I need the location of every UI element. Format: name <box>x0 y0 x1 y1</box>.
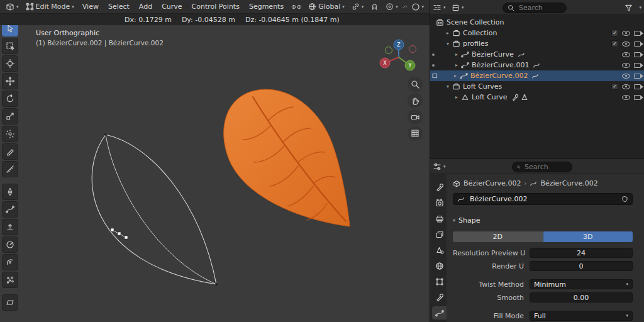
falloff-curve-icon[interactable] <box>402 3 408 11</box>
tab-output[interactable] <box>432 212 447 225</box>
smooth-field[interactable]: 0.00 <box>530 292 633 303</box>
tool-move-button[interactable] <box>2 73 18 89</box>
tool-draw-button[interactable] <box>2 184 18 200</box>
tab-object-data[interactable] <box>432 306 447 319</box>
pan-button[interactable] <box>408 93 423 108</box>
shading-overlay-icon[interactable] <box>297 3 302 11</box>
breadcrumb-data[interactable]: BézierCurve.002 <box>540 179 597 187</box>
outliner-row-loft-curves[interactable]: Loft Curves <box>430 81 644 92</box>
visibility-eye-icon[interactable] <box>622 52 630 57</box>
outliner-row-loft-curve[interactable]: Loft Curve <box>430 92 644 103</box>
outliner-row-profiles[interactable]: profiles <box>430 38 644 49</box>
dimension-2d-button[interactable]: 2D <box>453 231 543 242</box>
render-camera-icon[interactable] <box>634 52 641 57</box>
render-camera-icon[interactable] <box>634 95 641 100</box>
tool-transform-button[interactable] <box>2 126 18 142</box>
visibility-eye-icon[interactable] <box>622 31 630 36</box>
visibility-eye-icon[interactable] <box>622 74 630 79</box>
tool-scale-button[interactable] <box>2 108 18 125</box>
properties-editor-type-button[interactable] <box>433 159 446 174</box>
outliner-search-input[interactable] <box>518 3 562 13</box>
tool-shear-button[interactable] <box>2 294 18 311</box>
camera-view-button[interactable] <box>408 109 423 125</box>
render-u-field[interactable]: 0 <box>530 261 633 271</box>
zoom-button[interactable] <box>408 77 423 92</box>
snap-target-dropdown[interactable] <box>348 1 367 13</box>
proportional-editing-dropdown[interactable] <box>382 1 401 13</box>
expand-arrow-icon[interactable] <box>453 94 460 100</box>
collection-checkbox[interactable] <box>611 30 618 36</box>
tab-tool[interactable] <box>432 180 447 194</box>
outliner-row-beziercurve-001[interactable]: BézierCurve.001 <box>430 60 644 70</box>
tool-curve-pen-button[interactable] <box>2 201 18 218</box>
tool-rotate-button[interactable] <box>2 91 18 107</box>
tool-tilt-button[interactable] <box>2 254 18 270</box>
menu-curve[interactable]: Curve <box>157 0 186 14</box>
viewport-shading-dropdown[interactable] <box>408 1 428 13</box>
falloff-icon[interactable] <box>291 3 296 11</box>
outliner-display-mode-dropdown[interactable] <box>452 0 464 15</box>
menu-view[interactable]: View <box>78 0 103 14</box>
fill-mode-dropdown[interactable]: Full <box>530 311 633 321</box>
render-camera-icon[interactable] <box>634 31 641 36</box>
datablock-name-input[interactable] <box>469 194 618 204</box>
render-camera-icon[interactable] <box>634 84 641 89</box>
outliner-filter-dropdown[interactable] <box>639 0 641 15</box>
selected-control-point[interactable] <box>111 228 128 239</box>
tab-render[interactable] <box>432 196 447 209</box>
ortho-toggle-button[interactable] <box>408 126 423 141</box>
shape-section-header[interactable]: Shape <box>453 216 633 225</box>
outliner-row-beziercurve-002[interactable]: BézierCurve.002 <box>430 70 644 81</box>
tab-world[interactable] <box>432 259 447 272</box>
render-camera-icon[interactable] <box>634 74 641 79</box>
render-camera-icon[interactable] <box>634 63 641 68</box>
edit-curve-leaf[interactable] <box>92 133 218 286</box>
breadcrumb-object[interactable]: BézierCurve.002 <box>464 179 521 187</box>
tool-select-box-button[interactable] <box>2 38 18 54</box>
render-camera-icon[interactable] <box>634 42 641 47</box>
outliner-filter-button[interactable] <box>625 0 633 15</box>
properties-search-input[interactable] <box>523 162 567 172</box>
outliner-row-beziercurve[interactable]: BézierCurve <box>430 49 644 60</box>
tab-modifiers[interactable] <box>432 291 447 304</box>
visibility-eye-icon[interactable] <box>622 84 630 89</box>
snapping-toggle[interactable] <box>367 1 382 13</box>
navigation-gizmo[interactable]: Z X Y <box>376 36 421 80</box>
menu-add[interactable]: Add <box>135 0 157 14</box>
expand-arrow-icon[interactable] <box>452 73 459 79</box>
outliner-search[interactable] <box>502 3 567 13</box>
tool-radius-button[interactable] <box>2 236 18 253</box>
resolution-preview-field[interactable]: 24 <box>530 248 633 258</box>
properties-search[interactable] <box>512 162 572 172</box>
expand-arrow-icon[interactable] <box>444 30 452 36</box>
collapse-arrow-icon[interactable] <box>444 84 452 89</box>
viewport-canvas[interactable]: User Orthographic (1) BézierCurve.002 | … <box>0 0 430 322</box>
twist-method-dropdown[interactable]: Minimum <box>530 279 633 289</box>
mode-dropdown[interactable]: Edit Mode <box>23 1 77 13</box>
collection-checkbox[interactable] <box>611 83 618 90</box>
tab-scene[interactable] <box>432 243 447 257</box>
datablock-name-field[interactable] <box>453 193 633 205</box>
transform-orientation-dropdown[interactable]: Global <box>305 1 348 13</box>
menu-segments[interactable]: Segments <box>245 0 288 14</box>
tool-cursor-button[interactable] <box>2 55 18 72</box>
expand-arrow-icon[interactable] <box>453 62 460 68</box>
tool-extrude-button[interactable] <box>2 219 18 235</box>
visibility-eye-icon[interactable] <box>622 63 630 68</box>
outliner-row-scene-collection[interactable]: Scene Collection <box>430 17 644 28</box>
tab-view-layer[interactable] <box>432 228 447 241</box>
visibility-eye-icon[interactable] <box>622 95 630 100</box>
menu-select[interactable]: Select <box>104 0 134 14</box>
gizmo-x-neg-axis[interactable] <box>409 46 416 53</box>
tool-randomize-button[interactable] <box>2 272 18 288</box>
editor-type-button[interactable] <box>3 1 22 13</box>
collapse-arrow-icon[interactable] <box>444 41 452 47</box>
tab-object[interactable] <box>432 275 447 288</box>
expand-arrow-icon[interactable] <box>453 52 460 57</box>
collection-checkbox[interactable] <box>611 40 618 47</box>
dimension-3d-button[interactable]: 3D <box>543 231 633 242</box>
shield-icon[interactable] <box>621 196 628 203</box>
tool-measure-button[interactable] <box>2 161 18 177</box>
menu-control-points[interactable]: Control Points <box>187 0 244 14</box>
visibility-eye-icon[interactable] <box>622 42 630 47</box>
